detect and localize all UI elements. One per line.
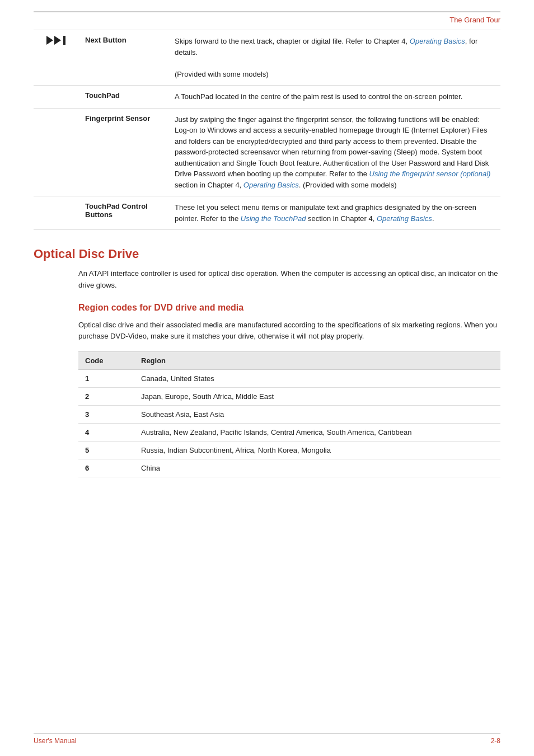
fingerprint-icon-cell — [34, 108, 78, 196]
region-codes-heading: Region codes for DVD drive and media — [78, 303, 500, 313]
col-code-header: Code — [78, 352, 134, 370]
region-code-cell: 3 — [78, 406, 134, 424]
region-table-row: 5 Russia, Indian Subcontinent, Africa, N… — [78, 442, 500, 459]
next-button-desc: Skips forward to the next track, chapter… — [168, 30, 500, 86]
touchpad-control-desc: These let you select menu items or manip… — [168, 196, 500, 230]
fingerprint-sensor-desc: Just by swiping the finger against the f… — [168, 108, 500, 196]
touchpad-link[interactable]: Using the TouchPad — [241, 214, 306, 223]
triangle-1 — [46, 36, 53, 45]
page-title: The Grand Tour — [34, 16, 500, 24]
next-button-icon-cell — [34, 30, 78, 86]
page-footer: User's Manual 2-8 — [34, 733, 500, 745]
table-row: Fingerprint Sensor Just by swiping the f… — [34, 108, 500, 196]
next-button-icon — [46, 36, 65, 45]
table-row: Next Button Skips forward to the next tr… — [34, 30, 500, 86]
touchpad-desc: A TouchPad located in the centre of the … — [168, 86, 500, 109]
col-region-header: Region — [134, 352, 500, 370]
bar — [63, 36, 65, 45]
top-rule — [34, 11, 500, 12]
touchpad-icon-cell — [34, 86, 78, 109]
optical-disc-heading: Optical Disc Drive — [34, 247, 500, 261]
region-code-cell: 2 — [78, 388, 134, 406]
footer-left: User's Manual — [34, 737, 76, 745]
table-row: TouchPad Control Buttons These let you s… — [34, 196, 500, 230]
triangle-2 — [54, 36, 61, 45]
touchpad-label: TouchPad — [78, 86, 168, 109]
region-codes-intro: Optical disc drive and their associated … — [78, 320, 500, 343]
region-name-cell: Southeast Asia, East Asia — [134, 406, 500, 424]
fingerprint-link[interactable]: Using the fingerprint sensor (optional) — [369, 170, 491, 178]
region-table-row: 2 Japan, Europe, South Africa, Middle Ea… — [78, 388, 500, 406]
region-name-cell: Australia, New Zealand, Pacific Islands,… — [134, 424, 500, 442]
feature-table: Next Button Skips forward to the next tr… — [34, 30, 500, 230]
next-button-label: Next Button — [78, 30, 168, 86]
region-table-header: Code Region — [78, 352, 500, 370]
region-code-cell: 5 — [78, 442, 134, 459]
footer-right: 2-8 — [491, 737, 500, 745]
fingerprint-sensor-label: Fingerprint Sensor — [78, 108, 168, 196]
region-code-cell: 1 — [78, 370, 134, 388]
region-table-row: 4 Australia, New Zealand, Pacific Island… — [78, 424, 500, 442]
region-name-cell: Canada, United States — [134, 370, 500, 388]
region-table-row: 3 Southeast Asia, East Asia — [78, 406, 500, 424]
region-table-row: 1 Canada, United States — [78, 370, 500, 388]
page: The Grand Tour Next Button Skips forward… — [0, 0, 534, 756]
region-code-cell: 6 — [78, 459, 134, 477]
operating-basics-link-2[interactable]: Operating Basics — [243, 181, 299, 189]
region-name-cell: Russia, Indian Subcontinent, Africa, Nor… — [134, 442, 500, 459]
touchpad-control-label: TouchPad Control Buttons — [78, 196, 168, 230]
touchpad-control-icon-cell — [34, 196, 78, 230]
operating-basics-link-1[interactable]: Operating Basics — [410, 37, 465, 45]
optical-disc-intro: An ATAPI interface controller is used fo… — [78, 268, 500, 292]
region-table: Code Region 1 Canada, United States 2 Ja… — [78, 351, 500, 477]
region-table-row: 6 China — [78, 459, 500, 477]
operating-basics-link-3[interactable]: Operating Basics — [377, 214, 432, 223]
table-row: TouchPad A TouchPad located in the centr… — [34, 86, 500, 109]
region-name-cell: Japan, Europe, South Africa, Middle East — [134, 388, 500, 406]
region-name-cell: China — [134, 459, 500, 477]
region-code-cell: 4 — [78, 424, 134, 442]
